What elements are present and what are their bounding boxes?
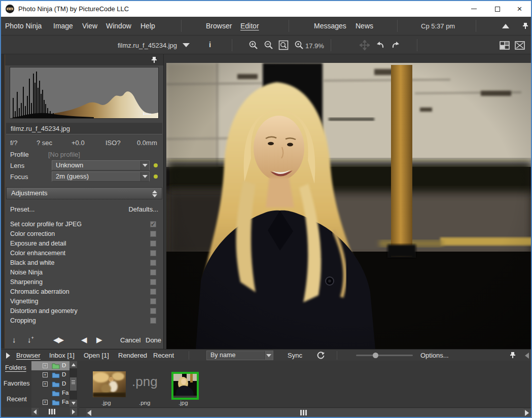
info-icon[interactable]: i (209, 40, 211, 49)
adjustment-row[interactable]: Exposure and detail (5, 239, 163, 249)
thumbnail-item-selected[interactable] (171, 372, 199, 400)
compare-icon[interactable]: ◀▶ (53, 335, 63, 344)
defaults-button[interactable]: Defaults... (128, 205, 158, 213)
minimize-button[interactable] (463, 1, 485, 17)
thumbnail-item[interactable] (93, 371, 126, 399)
pan-tool-icon[interactable] (360, 40, 370, 50)
expander-icon[interactable]: + (43, 372, 48, 377)
zoom-fit-icon[interactable] (278, 40, 289, 50)
checkbox[interactable] (150, 231, 156, 237)
adjustment-row[interactable]: Color correction (5, 229, 163, 239)
tree-row[interactable]: + Fa (31, 398, 69, 407)
filmstrip-scrollbar[interactable] (79, 407, 532, 417)
expand-browser-icon[interactable] (6, 353, 10, 359)
tab-browser-mode[interactable]: Browser (206, 22, 232, 30)
expander-icon[interactable]: + (43, 381, 48, 387)
scroll-left-button[interactable] (31, 408, 39, 415)
image-filename-dropdown[interactable]: filmz.ru_f_45234.jpg (118, 42, 177, 49)
adjustment-row[interactable]: Set color profile for JPEG (5, 220, 163, 229)
adjustment-row[interactable]: Color enhancement (5, 249, 163, 258)
side-tab-recent[interactable]: Recent (7, 396, 27, 403)
checkbox[interactable] (150, 250, 156, 256)
tab-editor-mode[interactable]: Editor (240, 22, 259, 30)
undo-icon[interactable] (375, 40, 385, 50)
adjustment-row[interactable]: Chromatic aberration (5, 287, 163, 297)
options-button[interactable]: Options... (420, 352, 449, 359)
save-plus-icon[interactable]: ↓+ (27, 335, 34, 344)
panel-pin-icon[interactable] (151, 57, 157, 63)
sort-dropdown[interactable]: By name (206, 351, 273, 360)
scroll-right-button[interactable] (70, 408, 77, 415)
browser-pin-icon[interactable] (510, 352, 516, 358)
zoom-actual-size-icon[interactable] (294, 40, 304, 50)
checkbox[interactable] (150, 221, 156, 227)
tree-row[interactable]: Fa (31, 389, 69, 398)
thumbnail-placeholder[interactable]: .png (132, 374, 162, 390)
checkbox[interactable] (150, 260, 156, 266)
refresh-icon[interactable] (316, 351, 325, 360)
redo-icon[interactable] (391, 40, 401, 50)
pin-icon[interactable] (522, 23, 528, 29)
sort-dropdown-arrow-icon[interactable] (264, 351, 273, 360)
tab-browser[interactable]: Browser (16, 352, 41, 359)
scroll-down-button[interactable] (69, 400, 77, 407)
scrollbar-thumb[interactable] (70, 377, 77, 391)
adjustment-row[interactable]: Cropping (5, 316, 163, 326)
save-icon[interactable]: ↓ (12, 335, 16, 344)
checkbox[interactable] (150, 279, 156, 285)
inspector-filename-field[interactable]: filmz.ru_f_45234.jpg (6, 123, 162, 134)
slider-thumb[interactable] (373, 353, 378, 358)
adjustments-expand-icon[interactable] (152, 190, 157, 197)
close-view-icon[interactable] (515, 41, 525, 51)
tree-row[interactable]: + D (31, 370, 69, 379)
lens-dropdown-arrow-icon[interactable] (140, 161, 149, 170)
collapse-up-icon[interactable] (502, 24, 509, 28)
side-tab-favorites[interactable]: Favorites (4, 380, 29, 387)
tree-row[interactable]: + D (31, 361, 69, 370)
adjustment-row[interactable]: Noise Ninja (5, 268, 163, 277)
focus-dropdown-arrow-icon[interactable] (140, 172, 149, 181)
done-button[interactable]: Done (146, 336, 161, 344)
menu-messages[interactable]: Messages (314, 22, 346, 30)
adjustment-row[interactable]: Distortion and geometry (5, 306, 163, 316)
menu-news[interactable]: News (356, 22, 373, 30)
adjustment-row[interactable]: Vignetting (5, 297, 163, 306)
focus-dropdown[interactable]: 2m (guess) (52, 171, 150, 182)
menu-image[interactable]: Image (53, 22, 73, 30)
menu-window[interactable]: Window (106, 22, 131, 30)
editor-canvas[interactable] (163, 54, 532, 349)
adjustment-row[interactable]: Sharpening (5, 277, 163, 287)
next-image-icon[interactable]: ▶ (96, 335, 102, 344)
cancel-button[interactable]: Cancel (120, 336, 140, 344)
menu-view[interactable]: View (82, 22, 97, 30)
sync-button[interactable]: Sync (288, 352, 302, 359)
zoom-in-icon[interactable] (249, 40, 259, 50)
adjustment-row[interactable]: Black and white (5, 258, 163, 268)
zoom-out-icon[interactable] (264, 40, 274, 50)
filename-dropdown-arrow-icon[interactable] (183, 43, 190, 47)
menu-photo-ninja[interactable]: Photo Ninja (5, 22, 42, 30)
thumbnail-size-slider[interactable] (356, 355, 413, 356)
tab-recent[interactable]: Recent (153, 352, 174, 359)
checkbox[interactable] (150, 240, 156, 247)
expander-icon[interactable]: + (43, 400, 48, 405)
checkbox[interactable] (150, 318, 156, 324)
scroll-up-button[interactable] (69, 361, 77, 368)
checkbox[interactable] (150, 269, 156, 275)
adjustments-header[interactable]: Adjustments (6, 187, 162, 199)
collapse-browser-icon[interactable] (525, 353, 529, 359)
preset-button[interactable]: Preset... (10, 205, 34, 213)
tree-vertical-scrollbar[interactable] (69, 361, 77, 407)
maximize-button[interactable] (486, 1, 509, 17)
lens-dropdown[interactable]: Unknown (52, 160, 150, 170)
tab-open[interactable]: Open [1] (84, 352, 109, 359)
menu-help[interactable]: Help (140, 22, 155, 30)
checkbox[interactable] (150, 289, 156, 295)
scroll-right-button[interactable] (523, 409, 530, 416)
close-button[interactable]: × (508, 1, 531, 17)
checkbox[interactable] (150, 308, 156, 314)
prev-image-icon[interactable]: ◀ (81, 335, 87, 344)
checkbox[interactable] (150, 298, 156, 304)
scroll-left-button[interactable] (85, 409, 93, 416)
side-tab-folders[interactable]: Folders (5, 364, 26, 371)
